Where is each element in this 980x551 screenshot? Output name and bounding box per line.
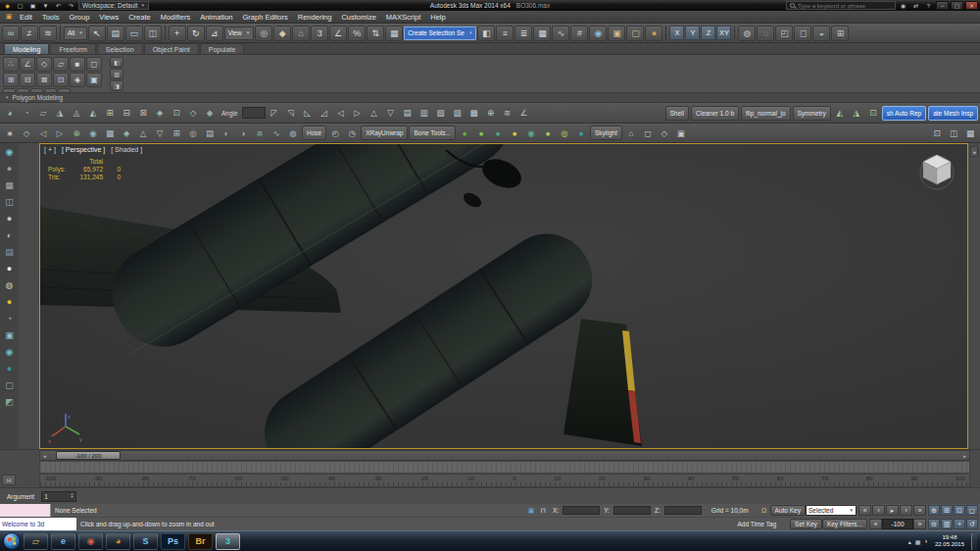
angle-tool-icon[interactable]: ∠ <box>516 106 532 121</box>
bind-spacewarp-icon[interactable]: ≋ <box>39 25 57 41</box>
sphere-lime-icon[interactable]: ● <box>473 125 489 140</box>
rotate-left-icon[interactable]: ◁ <box>333 106 349 121</box>
half-b-icon[interactable]: ◑ <box>235 125 251 140</box>
time-slider-track[interactable]: ◂ -100 / 200 ▸ <box>39 450 970 461</box>
time-slider-handle[interactable]: -100 / 200 <box>56 451 121 460</box>
menu-item[interactable]: Customize <box>336 11 380 23</box>
left-tool-6-icon[interactable]: ◐ <box>2 228 17 242</box>
axis-constraint-button[interactable]: Z <box>701 25 715 40</box>
left-tool-13-icon[interactable]: ◉ <box>2 345 17 359</box>
home-tool-icon[interactable]: ⌂ <box>623 125 639 140</box>
previous-frame-arrow-icon[interactable]: ◂ <box>40 451 49 460</box>
tray-hidden-icons[interactable]: ▴ <box>908 538 911 545</box>
rotate-up-icon[interactable]: △ <box>367 106 382 121</box>
tool-text-button[interactable]: Cleaner 1.0 b <box>691 106 739 121</box>
ribbon-button[interactable]: ▣ <box>86 73 102 87</box>
schematic-view-icon[interactable]: # <box>570 25 588 41</box>
key-mode-icon[interactable]: Ω <box>759 504 770 517</box>
diamond-tool-icon[interactable]: ◇ <box>19 125 34 140</box>
wave-tool-icon[interactable]: ≋ <box>500 106 515 121</box>
star-tool-icon[interactable]: ∗ <box>2 125 18 140</box>
left-tool-4-icon[interactable]: ◫ <box>2 195 17 209</box>
keyboard-override-icon[interactable]: ⌂ <box>292 25 310 41</box>
graphite-ribbon-icon[interactable]: ▦ <box>533 25 551 41</box>
weld-tool-icon[interactable]: ⊠ <box>135 106 151 121</box>
z-coordinate-field[interactable] <box>664 506 702 515</box>
target-tool-icon[interactable]: ◉ <box>85 125 101 140</box>
help-icon[interactable]: ? <box>923 1 934 10</box>
save-file-icon[interactable]: ▼ <box>40 1 51 10</box>
ribbon-button[interactable]: ■ <box>70 57 85 72</box>
exchange-icon[interactable]: ⇄ <box>910 1 921 10</box>
utilities-icon[interactable]: ⊞ <box>831 25 849 41</box>
ribbon-button[interactable]: ▱ <box>53 57 69 72</box>
ribbon-button[interactable]: ◇ <box>36 57 52 72</box>
next-frame-arrow-icon[interactable]: ▸ <box>960 451 969 460</box>
highlighted-tool-button[interactable]: ate Mesh Insp <box>928 106 978 121</box>
zoom-icon[interactable]: ⊕ <box>928 505 940 516</box>
slot-icon[interactable]: ▣ <box>673 125 689 140</box>
unlink-icon[interactable]: ≠ <box>21 25 38 41</box>
macro-recorder-field[interactable] <box>0 504 51 517</box>
spinner-arrows-icon[interactable]: ▲▼ <box>71 493 74 499</box>
menu-item[interactable]: Edit <box>15 11 37 23</box>
select-move-icon[interactable]: + <box>169 25 186 41</box>
relax-tool-icon[interactable]: ◔ <box>19 106 34 121</box>
mirror-icon[interactable]: ◧ <box>477 25 495 41</box>
left-tool-3-icon[interactable]: ▦ <box>2 178 17 192</box>
left-tool-1-icon[interactable]: ◉ <box>2 145 17 159</box>
ribbon-button[interactable]: ⊟ <box>20 73 35 87</box>
view-right-icon[interactable]: ◹ <box>283 106 299 121</box>
edit-named-sets-icon[interactable]: ▦ <box>385 25 403 41</box>
ribbon-button[interactable]: ∴ <box>3 57 19 72</box>
left-tool-11-icon[interactable]: ◔ <box>2 312 17 326</box>
axis-constraint-button[interactable]: X <box>669 25 684 40</box>
left-tool-5-icon[interactable]: ● <box>2 212 17 225</box>
xrayunwrap-button[interactable]: XRayUnwrap <box>361 125 408 140</box>
argument-spinner[interactable]: 1 ▲▼ <box>41 491 76 502</box>
select-manipulate-icon[interactable]: ◆ <box>273 25 291 41</box>
edge-tool-icon[interactable]: ◮ <box>52 106 68 121</box>
ribbon-button[interactable]: ⊠ <box>36 73 52 87</box>
go-start-button[interactable]: « <box>858 505 871 516</box>
curve2-icon[interactable]: ∿ <box>269 125 284 140</box>
grid-b-icon[interactable]: ▥ <box>416 106 432 121</box>
viewport-canvas[interactable] <box>40 144 967 448</box>
ribbon-tab[interactable]: Object Paint <box>144 43 199 54</box>
taskbar-bridge[interactable]: Br <box>188 533 213 550</box>
ribbon-button[interactable]: ⊞ <box>3 73 19 87</box>
next-frame-button[interactable]: › <box>900 505 912 516</box>
ribbon-tab[interactable]: Freeform <box>50 43 95 54</box>
app-button-icon[interactable]: ◆ <box>2 1 13 10</box>
activeshade-icon[interactable]: ◌ <box>757 25 774 41</box>
next-key-button[interactable]: » <box>913 519 926 529</box>
inset-tool-icon[interactable]: ◆ <box>202 106 218 121</box>
isolate-selection-icon[interactable]: ▣ <box>525 504 537 517</box>
named-selection-set-combo[interactable]: Create Selection Se▼ <box>404 26 476 40</box>
mesh-tool-icon[interactable]: ▦ <box>102 125 118 140</box>
viewport-layout-icon[interactable]: ◰ <box>775 25 793 41</box>
half-a-icon[interactable]: ◐ <box>219 125 234 140</box>
box-tool-icon[interactable]: ⊞ <box>169 125 184 140</box>
left-tool-2-icon[interactable]: ● <box>2 162 17 175</box>
viewport-general-menu[interactable]: [ + ] <box>44 146 56 153</box>
select-scale-icon[interactable]: ⊿ <box>206 25 223 41</box>
prev-key-button[interactable]: « <box>869 519 882 529</box>
tool-text-button[interactable]: Shell <box>665 106 689 121</box>
extrude-tool-icon[interactable]: ⊡ <box>169 106 184 121</box>
plus-tool-icon[interactable]: ⊕ <box>69 125 84 140</box>
window-crossing-icon[interactable]: ◫ <box>144 25 162 41</box>
left-tool-9-icon[interactable]: ◍ <box>2 278 17 292</box>
menu-item[interactable]: Animation <box>195 11 237 23</box>
current-frame-field[interactable]: -100 <box>882 519 913 529</box>
dot-tool-icon[interactable]: ◍ <box>285 125 301 140</box>
wave2-icon[interactable]: ≋ <box>252 125 268 140</box>
merge-tool-icon[interactable]: ⊕ <box>483 106 499 121</box>
left-tool-16-icon[interactable]: ◩ <box>2 395 17 409</box>
track-bar-keys-area[interactable] <box>39 461 970 474</box>
left-tool-12-icon[interactable]: ▣ <box>2 328 17 342</box>
use-pivot-center-icon[interactable]: ◎ <box>255 25 272 41</box>
left-tool-8-icon[interactable]: ● <box>2 262 17 276</box>
viewport-shading-menu[interactable]: [ Shaded ] <box>111 146 142 153</box>
sphere-aqua-icon[interactable]: ◉ <box>523 125 539 140</box>
